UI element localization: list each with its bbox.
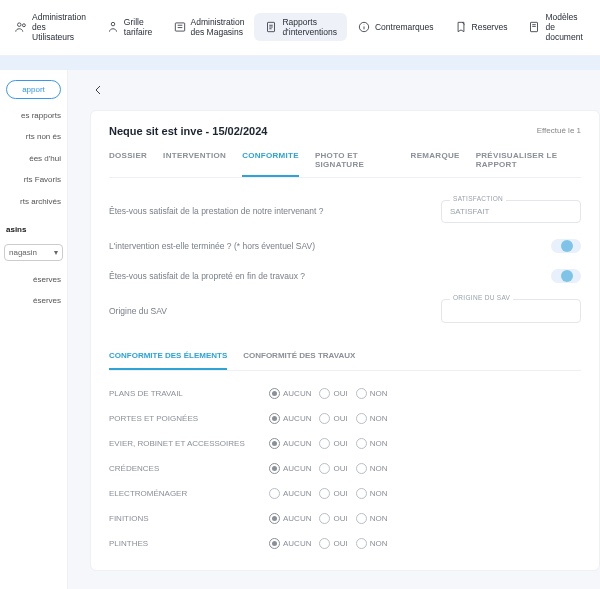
- question-finished: L'intervention est-elle terminée ? (* ho…: [109, 241, 551, 251]
- clean-toggle[interactable]: [551, 269, 581, 283]
- sidebar-item[interactable]: rts archivés: [0, 191, 67, 213]
- tab-conformite[interactable]: CONFORMITE: [242, 151, 299, 177]
- radio-non[interactable]: NON: [356, 438, 388, 449]
- radio-oui[interactable]: OUI: [319, 463, 347, 474]
- radio-label: OUI: [333, 464, 347, 473]
- radio-aucun[interactable]: AUCUN: [269, 413, 311, 424]
- radio-aucun[interactable]: AUCUN: [269, 388, 311, 399]
- store-select[interactable]: nagasin ▾: [4, 244, 63, 261]
- tab-photo-et-signature[interactable]: PHOTO ET SIGNATURE: [315, 151, 395, 177]
- element-row: PLANS DE TRAVAILAUCUNOUINON: [109, 381, 581, 406]
- new-report-button[interactable]: apport: [6, 80, 61, 99]
- tab-intervention[interactable]: INTERVENTION: [163, 151, 226, 177]
- sidebar-item[interactable]: rts non és: [0, 126, 67, 148]
- element-row: PLINTHESAUCUNOUINON: [109, 531, 581, 556]
- users-icon: [14, 20, 28, 34]
- subtab-0[interactable]: CONFORMITE DES ÉLEMENTS: [109, 351, 227, 370]
- radio-non[interactable]: NON: [356, 463, 388, 474]
- radio-oui[interactable]: OUI: [319, 488, 347, 499]
- radio-aucun[interactable]: AUCUN: [269, 488, 311, 499]
- element-name: CRÉDENCES: [109, 464, 269, 473]
- topnav-doc[interactable]: Rapports d'interventions: [254, 13, 347, 41]
- topnav-info[interactable]: Contremarques: [347, 16, 444, 38]
- radio-label: OUI: [333, 514, 347, 523]
- origin-input[interactable]: ORIGINE DU SAV: [441, 299, 581, 323]
- radio-label: NON: [370, 539, 388, 548]
- sidebar-item[interactable]: éserves: [0, 269, 67, 291]
- element-name: PLANS DE TRAVAIL: [109, 389, 269, 398]
- radio-label: NON: [370, 464, 388, 473]
- radio-non[interactable]: NON: [356, 513, 388, 524]
- element-name: PLINTHES: [109, 539, 269, 548]
- radio-oui[interactable]: OUI: [319, 388, 347, 399]
- tab-dossier[interactable]: DOSSIER: [109, 151, 147, 177]
- radio-label: AUCUN: [283, 414, 311, 423]
- info-icon: [357, 20, 371, 34]
- sidebar-item[interactable]: ées d'hui: [0, 148, 67, 170]
- topnav-stores[interactable]: Administration des Magasins: [163, 13, 255, 41]
- satisfaction-value: SATISFAIT: [450, 207, 572, 216]
- radio-label: NON: [370, 389, 388, 398]
- radio-aucun[interactable]: AUCUN: [269, 513, 311, 524]
- element-name: EVIER, ROBINET ET ACCESSOIRES: [109, 439, 269, 448]
- element-name: FINITIONS: [109, 514, 269, 523]
- radio-label: AUCUN: [283, 439, 311, 448]
- element-name: PORTES ET POIGNÉES: [109, 414, 269, 423]
- radio-label: AUCUN: [283, 489, 311, 498]
- report-date: Effectué le 1: [537, 126, 581, 135]
- chevron-down-icon: ▾: [54, 248, 58, 257]
- stores-icon: [173, 20, 187, 34]
- radio-label: NON: [370, 489, 388, 498]
- element-row: ELECTROMÉNAGERAUCUNOUINON: [109, 481, 581, 506]
- radio-label: AUCUN: [283, 464, 311, 473]
- origin-value: [450, 306, 572, 315]
- svg-point-0: [18, 23, 22, 27]
- svg-rect-6: [531, 23, 538, 32]
- radio-label: OUI: [333, 389, 347, 398]
- radio-oui[interactable]: OUI: [319, 438, 347, 449]
- topnav-rate[interactable]: Grille tarifaire: [96, 13, 163, 41]
- radio-label: AUCUN: [283, 514, 311, 523]
- question-origin: Origine du SAV: [109, 306, 441, 316]
- radio-oui[interactable]: OUI: [319, 538, 347, 549]
- subtab-1[interactable]: CONFORMITÉ DES TRAVAUX: [243, 351, 355, 370]
- radio-label: OUI: [333, 439, 347, 448]
- radio-label: OUI: [333, 414, 347, 423]
- sidebar-item[interactable]: es rapports: [0, 105, 67, 127]
- radio-label: OUI: [333, 489, 347, 498]
- topnav-label: Rapports d'interventions: [282, 17, 337, 37]
- tab-remarque[interactable]: REMARQUE: [411, 151, 460, 177]
- radio-non[interactable]: NON: [356, 413, 388, 424]
- store-select-value: nagasin: [9, 248, 37, 257]
- radio-aucun[interactable]: AUCUN: [269, 538, 311, 549]
- element-row: EVIER, ROBINET ET ACCESSOIRESAUCUNOUINON: [109, 431, 581, 456]
- question-clean: Êtes-vous satisfait de la propreté en fi…: [109, 271, 551, 281]
- topnav-bookmark[interactable]: Reserves: [444, 16, 518, 38]
- topnav-template[interactable]: Modèles de document: [517, 8, 596, 47]
- topnav-label: Contremarques: [375, 22, 434, 32]
- finished-toggle[interactable]: [551, 239, 581, 253]
- report-title: Neque sit est inve - 15/02/2024: [109, 125, 267, 137]
- back-arrow-icon[interactable]: [90, 82, 106, 98]
- template-icon: [527, 20, 541, 34]
- doc-icon: [264, 20, 278, 34]
- tab-pr-visualiser-le-rapport[interactable]: PRÉVISUALISER LE RAPPORT: [476, 151, 581, 177]
- sidebar-item[interactable]: rts Favoris: [0, 169, 67, 191]
- topnav-label: Administration des Magasins: [191, 17, 245, 37]
- element-row: PORTES ET POIGNÉESAUCUNOUINON: [109, 406, 581, 431]
- svg-point-2: [111, 23, 115, 27]
- radio-oui[interactable]: OUI: [319, 413, 347, 424]
- topnav-users[interactable]: Administration des Utilisateurs: [4, 8, 96, 47]
- sidebar-item[interactable]: éserves: [0, 290, 67, 312]
- radio-oui[interactable]: OUI: [319, 513, 347, 524]
- radio-aucun[interactable]: AUCUN: [269, 438, 311, 449]
- svg-rect-3: [175, 23, 184, 31]
- radio-aucun[interactable]: AUCUN: [269, 463, 311, 474]
- element-row: CRÉDENCESAUCUNOUINON: [109, 456, 581, 481]
- element-row: FINITIONSAUCUNOUINON: [109, 506, 581, 531]
- satisfaction-select[interactable]: SATISFACTION SATISFAIT: [441, 200, 581, 223]
- radio-non[interactable]: NON: [356, 488, 388, 499]
- radio-non[interactable]: NON: [356, 538, 388, 549]
- radio-non[interactable]: NON: [356, 388, 388, 399]
- topnav-label: Reserves: [472, 22, 508, 32]
